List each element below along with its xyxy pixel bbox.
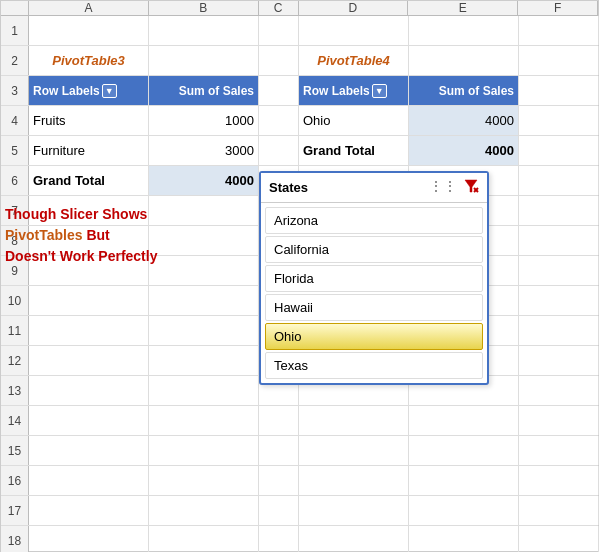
rownum-13: 13 xyxy=(1,376,29,405)
slicer: States ⋮⋮ Arizona California Florida xyxy=(259,171,489,385)
row-1: 1 xyxy=(1,16,598,46)
pivot3-title: PivotTable3 xyxy=(29,46,149,75)
rownum-1: 1 xyxy=(1,16,29,45)
slicer-item-texas[interactable]: Texas xyxy=(265,352,483,379)
rownum-2: 2 xyxy=(1,46,29,75)
cell-a1[interactable] xyxy=(29,16,149,45)
rownum-10: 10 xyxy=(1,286,29,315)
pivot4-sum-header: Sum of Sales xyxy=(409,76,519,105)
rownum-3: 3 xyxy=(1,76,29,105)
annotation-pivot-word: PivotTables xyxy=(5,227,83,243)
pivot4-row-label-header[interactable]: Row Labels ▼ xyxy=(299,76,409,105)
annotation-text: Though Slicer Shows PivotTables But Does… xyxy=(5,204,235,267)
pivot4-row1-value[interactable]: 4000 xyxy=(409,106,519,135)
row-3: 3 Row Labels ▼ Sum of Sales Row Labels ▼… xyxy=(1,76,598,106)
pivot4-filter-btn[interactable]: ▼ xyxy=(372,84,387,98)
cell-f5[interactable] xyxy=(519,136,599,165)
cell-f6[interactable] xyxy=(519,166,599,195)
row-num-header xyxy=(1,1,29,15)
slicer-header: States ⋮⋮ xyxy=(261,173,487,203)
pivot3-filter-btn[interactable]: ▼ xyxy=(102,84,117,98)
cell-c2[interactable] xyxy=(259,46,299,75)
cell-c3[interactable] xyxy=(259,76,299,105)
rownum-6: 6 xyxy=(1,166,29,195)
cell-c4[interactable] xyxy=(259,106,299,135)
spreadsheet: A B C D E F 1 2 PivotTable3 PivotTable4 xyxy=(0,0,599,552)
rownum-4: 4 xyxy=(1,106,29,135)
row-16: 16 xyxy=(1,466,598,496)
slicer-multiselect-icon[interactable]: ⋮⋮ xyxy=(429,178,457,197)
slicer-clear-filter-icon[interactable] xyxy=(463,178,479,197)
cell-b2[interactable] xyxy=(149,46,259,75)
pivot3-row2-label[interactable]: Furniture xyxy=(29,136,149,165)
row-4: 4 Fruits 1000 Ohio 4000 xyxy=(1,106,598,136)
rownum-16: 16 xyxy=(1,466,29,495)
pivot4-grand-value: 4000 xyxy=(409,136,519,165)
row-17: 17 xyxy=(1,496,598,526)
rownum-14: 14 xyxy=(1,406,29,435)
cell-e2[interactable] xyxy=(409,46,519,75)
annotation-line4: Doesn't Work Perfectly xyxy=(5,248,157,264)
col-header-b: B xyxy=(149,1,259,15)
col-header-d: D xyxy=(299,1,409,15)
cell-b1[interactable] xyxy=(149,16,259,45)
pivot3-row2-value[interactable]: 3000 xyxy=(149,136,259,165)
row-5: 5 Furniture 3000 Grand Total 4000 xyxy=(1,136,598,166)
rownum-15: 15 xyxy=(1,436,29,465)
cell-f1[interactable] xyxy=(519,16,599,45)
pivot3-grand-label: Grand Total xyxy=(29,166,149,195)
cell-f2[interactable] xyxy=(519,46,599,75)
slicer-title: States xyxy=(269,180,308,195)
row-14: 14 xyxy=(1,406,598,436)
pivot3-row-label-header[interactable]: Row Labels ▼ xyxy=(29,76,149,105)
cell-c1[interactable] xyxy=(259,16,299,45)
rownum-11: 11 xyxy=(1,316,29,345)
cell-e1[interactable] xyxy=(409,16,519,45)
slicer-item-arizona[interactable]: Arizona xyxy=(265,207,483,234)
col-header-a: A xyxy=(29,1,149,15)
col-header-e: E xyxy=(408,1,518,15)
row-15: 15 xyxy=(1,436,598,466)
cell-c5[interactable] xyxy=(259,136,299,165)
pivot3-sum-header: Sum of Sales xyxy=(149,76,259,105)
column-headers: A B C D E F xyxy=(1,1,598,16)
col-header-c: C xyxy=(259,1,299,15)
slicer-item-ohio[interactable]: Ohio xyxy=(265,323,483,350)
rownum-18: 18 xyxy=(1,526,29,552)
slicer-item-florida[interactable]: Florida xyxy=(265,265,483,292)
cell-f4[interactable] xyxy=(519,106,599,135)
pivot3-row1-value[interactable]: 1000 xyxy=(149,106,259,135)
annotation-line3: But xyxy=(83,227,110,243)
slicer-items: Arizona California Florida Hawaii Ohio T… xyxy=(261,203,487,383)
pivot3-row1-label[interactable]: Fruits xyxy=(29,106,149,135)
row-18: 18 xyxy=(1,526,598,552)
grid: 1 2 PivotTable3 PivotTable4 3 Row Labels… xyxy=(1,16,598,552)
rownum-5: 5 xyxy=(1,136,29,165)
rownum-12: 12 xyxy=(1,346,29,375)
pivot4-row-label-text: Row Labels xyxy=(303,84,370,98)
slicer-item-hawaii[interactable]: Hawaii xyxy=(265,294,483,321)
row-2: 2 PivotTable3 PivotTable4 xyxy=(1,46,598,76)
pivot4-title: PivotTable4 xyxy=(299,46,409,75)
pivot4-sum-label: Sum of Sales xyxy=(439,84,514,98)
cell-f3[interactable] xyxy=(519,76,599,105)
pivot4-row1-label[interactable]: Ohio xyxy=(299,106,409,135)
pivot3-grand-value: 4000 xyxy=(149,166,259,195)
slicer-icons: ⋮⋮ xyxy=(429,178,479,197)
col-header-f: F xyxy=(518,1,598,15)
annotation-line1: Though Slicer Shows xyxy=(5,206,147,222)
pivot3-sum-label: Sum of Sales xyxy=(179,84,254,98)
pivot3-row-label-text: Row Labels xyxy=(33,84,100,98)
cell-d1[interactable] xyxy=(299,16,409,45)
slicer-item-california[interactable]: California xyxy=(265,236,483,263)
rownum-17: 17 xyxy=(1,496,29,525)
pivot4-grand-label: Grand Total xyxy=(299,136,409,165)
